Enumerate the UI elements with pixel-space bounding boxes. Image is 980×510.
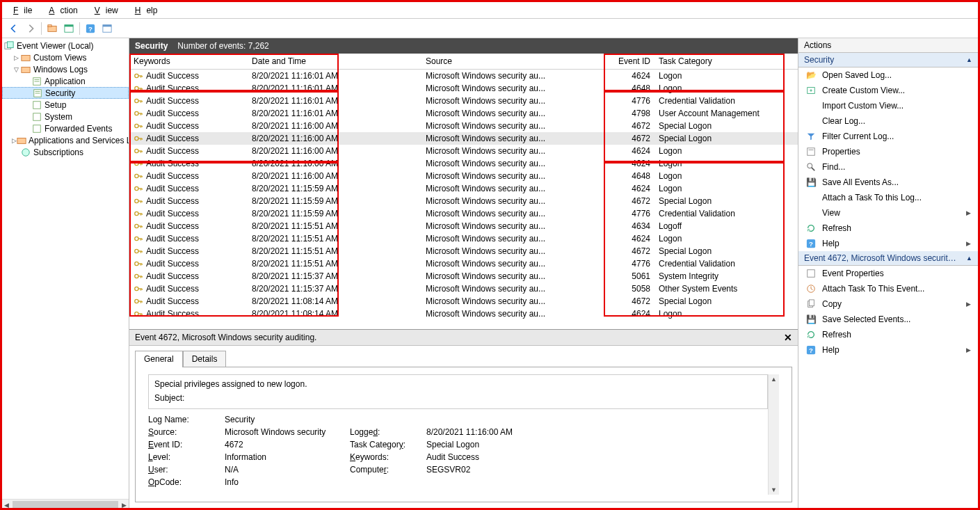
action-save-all[interactable]: 💾Save All Events As... (798, 175, 978, 190)
svg-point-43 (135, 136, 138, 140)
value: Information (225, 452, 343, 462)
svg-rect-104 (808, 148, 815, 156)
action-refresh-2[interactable]: Refresh (798, 327, 978, 342)
nav-setup[interactable]: Setup (2, 99, 129, 111)
svg-point-27 (135, 86, 138, 90)
cell-taskcategory: Logon (654, 306, 798, 321)
action-properties[interactable]: Properties (798, 144, 978, 159)
folder-icon (20, 52, 31, 63)
back-button[interactable] (6, 21, 22, 36)
action-refresh[interactable]: Refresh (798, 221, 978, 236)
cell-keywords: Audit Success (146, 146, 199, 156)
column-eventid[interactable]: Event ID (602, 54, 654, 69)
folder-icon-button[interactable] (45, 21, 60, 36)
action-help-2[interactable]: ?Help▶ (798, 342, 978, 358)
window-icon-button[interactable] (99, 21, 115, 36)
log-icon (31, 99, 42, 111)
column-keywords[interactable]: Keywords (129, 54, 248, 69)
label: Logged: (350, 427, 419, 437)
svg-text:?: ? (88, 24, 93, 32)
detail-pane: Event 4672, Microsoft Windows security a… (129, 329, 798, 508)
message-line: Special privileges assigned to new logon… (154, 379, 762, 389)
nav-subscriptions[interactable]: Subscriptions (2, 146, 129, 158)
svg-rect-113 (809, 300, 814, 306)
nav-apps-services[interactable]: ▷ Applications and Services Lo (2, 134, 129, 146)
log-icon (32, 88, 43, 99)
nav-security[interactable]: Security (2, 87, 129, 99)
collapse-icon[interactable]: ▽ (12, 66, 20, 73)
tab-details[interactable]: Details (183, 351, 227, 367)
nav-windows-logs[interactable]: ▽ Windows Logs (2, 63, 129, 75)
nav-forwarded[interactable]: Forwarded Events (2, 122, 129, 134)
action-import-custom-view[interactable]: Import Custom View... (798, 98, 978, 113)
svg-point-71 (135, 224, 138, 228)
navigation-tree[interactable]: Event Viewer (Local) ▷ Custom Views ▽ Wi… (2, 38, 129, 508)
cell-keywords: Audit Success (146, 221, 199, 231)
nav-root[interactable]: Event Viewer (Local) (2, 40, 129, 51)
cell-source: Microsoft Windows security au... (421, 306, 602, 321)
label: OpCode: (148, 477, 218, 487)
nav-root-label: Event Viewer (Local) (17, 41, 94, 51)
label: Source: (148, 427, 218, 437)
menu-help[interactable]: Help (129, 4, 169, 17)
action-view[interactable]: View▶ (798, 205, 978, 221)
event-list[interactable]: Keywords Date and Time Source Event ID T… (129, 54, 798, 329)
value: 8/20/2021 11:16:00 AM (426, 427, 565, 437)
actions-section-event[interactable]: Event 4672, Microsoft Windows security a… (798, 251, 978, 266)
action-help[interactable]: ?Help▶ (798, 236, 978, 251)
action-find[interactable]: Find... (798, 159, 978, 175)
table-row[interactable]: Audit Success8/20/2021 11:08:14 AMMicros… (129, 308, 798, 320)
nav-scrollbar[interactable]: ◀ ▶ (2, 499, 129, 508)
cell-keywords: Audit Success (146, 171, 199, 181)
nav-label: Forwarded Events (45, 124, 112, 134)
forward-button[interactable] (23, 21, 38, 36)
action-create-custom-view[interactable]: Create Custom View... (798, 83, 978, 98)
key-icon (134, 234, 143, 244)
menu-view[interactable]: View (89, 4, 129, 17)
calendar-icon-button[interactable] (61, 21, 77, 36)
refresh-icon (805, 329, 817, 340)
svg-text:?: ? (809, 240, 813, 248)
toolbar: ? (2, 19, 978, 38)
svg-rect-19 (33, 113, 41, 120)
folder-open-icon: 📂 (805, 70, 817, 81)
submenu-icon: ▶ (966, 240, 971, 247)
action-copy[interactable]: Copy▶ (798, 296, 978, 312)
nav-application[interactable]: Application (2, 75, 129, 87)
svg-point-22 (22, 148, 30, 156)
menubar: File Action View Help (2, 2, 978, 19)
action-event-properties[interactable]: Event Properties (798, 266, 978, 281)
key-icon (134, 209, 143, 218)
close-icon[interactable]: ✕ (784, 332, 792, 343)
action-save-selected[interactable]: 💾Save Selected Events... (798, 312, 978, 327)
key-icon (134, 309, 143, 319)
log-header: Security Number of events: 7,262 (129, 38, 798, 54)
action-filter-log[interactable]: Filter Current Log... (798, 129, 978, 144)
column-taskcategory[interactable]: Task Category (654, 54, 798, 69)
menu-action[interactable]: Action (43, 4, 88, 17)
nav-custom-views[interactable]: ▷ Custom Views (2, 51, 129, 63)
expand-icon[interactable]: ▷ (12, 137, 17, 144)
collapse-icon: ▲ (966, 56, 972, 63)
column-source[interactable]: Source (421, 54, 602, 69)
svg-rect-9 (7, 41, 13, 47)
action-clear-log[interactable]: Clear Log... (798, 113, 978, 129)
actions-section-security[interactable]: Security▲ (798, 53, 978, 67)
nav-system[interactable]: System (2, 111, 129, 122)
tab-general[interactable]: General (135, 351, 183, 367)
svg-rect-3 (65, 24, 73, 26)
action-attach-task-log[interactable]: Attach a Task To this Log... (798, 190, 978, 205)
key-icon (134, 171, 143, 181)
key-icon (134, 184, 143, 193)
value: SEGSVR02 (426, 465, 565, 475)
detail-scrollbar[interactable]: ▲▼ (768, 374, 779, 495)
column-datetime[interactable]: Date and Time (248, 54, 421, 69)
label: Event ID: (148, 440, 218, 449)
action-open-saved-log[interactable]: 📂Open Saved Log... (798, 67, 978, 83)
menu-file[interactable]: File (8, 4, 43, 17)
help-icon-button[interactable]: ? (83, 21, 98, 36)
expand-icon[interactable]: ▷ (12, 54, 20, 61)
svg-point-59 (135, 186, 138, 190)
action-attach-task-event[interactable]: Attach Task To This Event... (798, 281, 978, 296)
nav-label: Windows Logs (33, 65, 88, 74)
